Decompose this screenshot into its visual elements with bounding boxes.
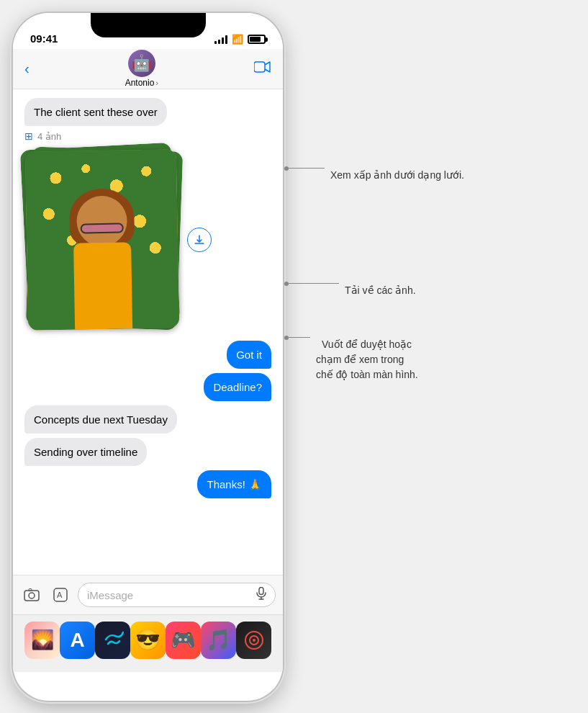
photos-app-icon[interactable]: 🌄: [24, 622, 60, 659]
svg-rect-6: [259, 588, 263, 595]
video-call-button[interactable]: [254, 60, 271, 77]
annotation-dot-1: [284, 166, 289, 171]
annotation-text-1: Xem xấp ảnh dưới dạng lưới.: [325, 168, 464, 183]
download-button[interactable]: [187, 228, 212, 252]
svg-text:A: A: [57, 591, 63, 599]
svg-rect-1: [24, 591, 39, 601]
nav-bar: ‹ 🤖 Antonio ›: [13, 49, 283, 89]
music-app-icon[interactable]: 🎵: [201, 622, 236, 659]
svg-point-11: [253, 639, 255, 642]
shazam-app-icon[interactable]: [95, 622, 130, 659]
message-row-concepts: Concepts due next Tuesday: [24, 405, 271, 434]
message-bubble-received-1: The client sent these over: [24, 98, 167, 126]
status-time: 09:41: [30, 32, 58, 45]
signal-bar-4: [225, 35, 227, 44]
game-app-icon[interactable]: 🎮: [166, 622, 201, 659]
appstore-app-icon[interactable]: A: [60, 622, 95, 659]
imessage-input-field[interactable]: iMessage: [78, 583, 276, 607]
photo-message-row: ⊞ 4 ảnh: [24, 130, 271, 336]
woman-figure: [51, 184, 154, 330]
camera-button[interactable]: [20, 583, 43, 606]
signal-bar-1: [214, 41, 217, 44]
contact-avatar: 🤖: [128, 50, 155, 77]
svg-point-2: [29, 593, 35, 598]
annotation-dot-2: [284, 282, 289, 286]
message-bubble-received-2: Concepts due next Tuesday: [24, 405, 177, 434]
message-row-deadline: Deadline?: [24, 373, 271, 401]
battery-fill: [250, 37, 261, 42]
annotation-line-1: [289, 168, 325, 169]
mic-button[interactable]: [256, 587, 266, 603]
svg-rect-0: [254, 62, 265, 72]
message-bubble-received-3: Sending over timeline: [24, 438, 147, 466]
annotation-line-2: [289, 283, 339, 284]
signal-bar-2: [218, 40, 220, 44]
message-row-sending: Sending over timeline: [24, 438, 271, 466]
message-bubble-sent-3: Thanks! 🙏: [197, 470, 271, 498]
photo-container: [24, 146, 183, 333]
contact-info[interactable]: 🤖 Antonio ›: [125, 50, 158, 88]
signal-bar-3: [222, 37, 224, 44]
photo-count-text: 4 ảnh: [37, 131, 61, 142]
message-bubble-sent-1: Got it: [227, 341, 271, 369]
wifi-icon: 📶: [232, 34, 243, 45]
person-body: [73, 242, 132, 329]
person-glasses: [81, 223, 124, 233]
imessage-placeholder: iMessage: [87, 589, 133, 601]
annotation-dot-3: [284, 336, 289, 340]
photo-card-front[interactable]: [25, 149, 179, 331]
annotation-grid-view: Xem xấp ảnh dưới dạng lưới.: [284, 168, 464, 183]
annotation-download: Tải về các ảnh.: [284, 283, 416, 298]
annotation-text-3: Vuốt để duyệt hoặcchạm để xem trongchế đ…: [316, 338, 418, 380]
messages-area: The client sent these over ⊞ 4 ảnh: [13, 89, 283, 575]
back-button[interactable]: ‹: [24, 60, 30, 77]
contact-avatar-emoji: 🤖: [132, 54, 151, 73]
annotation-swipe: Vuốt để duyệt hoặcchạm để xem trongchế đ…: [284, 337, 418, 382]
message-bubble-sent-2: Deadline?: [204, 373, 271, 401]
photo-image-front: [25, 149, 179, 331]
appstore-button[interactable]: A: [49, 583, 72, 606]
photo-count-label: ⊞ 4 ảnh: [24, 130, 183, 142]
message-row-got-it: Got it: [24, 341, 271, 369]
notch: [91, 13, 206, 37]
message-row-thanks: Thanks! 🙏: [24, 470, 271, 498]
annotations-container: Xem xấp ảnh dưới dạng lưới. Tải về các ả…: [284, 13, 588, 701]
svg-rect-3: [29, 589, 32, 591]
signal-bars-icon: [214, 35, 227, 44]
annotation-text-2: Tải về các ảnh.: [339, 283, 416, 298]
memoji-app-icon[interactable]: 😎: [130, 622, 166, 659]
annotation-line-3: [289, 337, 310, 338]
message-row: The client sent these over: [24, 98, 271, 126]
contact-chevron-icon: ›: [155, 79, 158, 87]
status-icons: 📶: [214, 34, 266, 45]
grid-icon: ⊞: [24, 130, 33, 142]
photo-stack: [24, 146, 183, 333]
battery-icon: [248, 35, 266, 44]
fitness-app-icon[interactable]: [236, 622, 271, 659]
photo-attachment[interactable]: ⊞ 4 ảnh: [24, 130, 183, 336]
app-dock: 🌄 A 😎 🎮 🎵: [13, 614, 283, 672]
phone-frame: 09:41 📶 ‹ 🤖 Antonio ›: [13, 13, 283, 701]
input-toolbar: A iMessage: [13, 575, 283, 614]
contact-name: Antonio: [125, 78, 155, 88]
